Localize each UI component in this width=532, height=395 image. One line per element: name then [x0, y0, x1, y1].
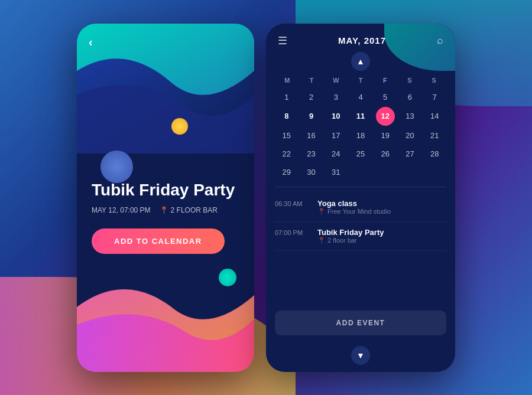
- left-content: Tubik Friday Party MAY 12, 07:00 PM 📍 2 …: [92, 180, 239, 254]
- event-1-title: Yoga class: [317, 199, 391, 208]
- date-3[interactable]: 3: [324, 89, 348, 106]
- date-1[interactable]: 1: [275, 89, 299, 106]
- date-11[interactable]: 11: [349, 107, 372, 126]
- date-14[interactable]: 14: [423, 107, 446, 126]
- add-to-calendar-button[interactable]: ADD TO CALENDAR: [92, 228, 225, 254]
- date-2[interactable]: 2: [300, 89, 323, 106]
- day-label-mon: M: [275, 74, 299, 86]
- date-26[interactable]: 26: [374, 145, 397, 162]
- dates-grid: 1 2 3 4 5 6 7 8 9 10 11 12 13 14 15 16: [275, 89, 446, 181]
- yellow-circle-decoration: [171, 118, 188, 135]
- day-label-thu: T: [348, 74, 372, 86]
- calendar-divider: [275, 187, 446, 187]
- date-12-today[interactable]: 12: [376, 107, 395, 126]
- phone-left: ‹: [77, 24, 254, 372]
- phone-right: ☰ MAY, 2017 ⌕ ▲ M T W T F S S 1 2: [266, 24, 455, 372]
- calendar-header: ☰ MAY, 2017 ⌕: [266, 24, 455, 52]
- event-2-loc-text: 2 floor bar: [327, 237, 357, 244]
- top-wave: [77, 24, 254, 154]
- day-label-tue: T: [299, 74, 323, 86]
- date-25[interactable]: 25: [349, 145, 372, 162]
- date-4[interactable]: 4: [349, 89, 372, 106]
- pin-icon: 📍: [160, 206, 168, 214]
- events-list: 06:30 AM Yoga class 📍 Free Your Mind stu…: [266, 193, 455, 305]
- date-28[interactable]: 28: [423, 145, 446, 162]
- chevron-down-container: ▼: [266, 341, 455, 372]
- date-13[interactable]: 13: [398, 107, 422, 126]
- event-1-info: Yoga class 📍 Free Your Mind studio: [317, 199, 391, 216]
- blue-circle-decoration: [100, 151, 133, 183]
- event-2-title: Tubik Friday Party: [317, 228, 384, 237]
- date-6[interactable]: 6: [398, 89, 422, 106]
- date-12-container[interactable]: 12: [374, 107, 397, 126]
- event-2-time: 07:00 PM: [275, 228, 310, 244]
- event-location-text: 2 FLOOR BAR: [171, 206, 218, 214]
- date-29[interactable]: 29: [275, 164, 299, 181]
- phones-container: ‹: [77, 24, 455, 372]
- event-date: MAY 12, 07:00 PM: [92, 206, 151, 214]
- day-label-sun: S: [422, 74, 446, 86]
- date-19[interactable]: 19: [374, 127, 397, 144]
- date-21[interactable]: 21: [423, 127, 446, 144]
- event-item-2: 07:00 PM Tubik Friday Party 📍 2 floor ba…: [275, 222, 446, 251]
- date-22[interactable]: 22: [275, 145, 299, 162]
- chevron-down-button[interactable]: ▼: [351, 346, 370, 365]
- day-labels-row: M T W T F S S: [275, 74, 446, 86]
- date-27[interactable]: 27: [398, 145, 422, 162]
- event-item-1: 06:30 AM Yoga class 📍 Free Your Mind stu…: [275, 193, 446, 222]
- date-10[interactable]: 10: [324, 107, 348, 126]
- day-label-fri: F: [373, 74, 397, 86]
- event-1-time: 06:30 AM: [275, 199, 310, 216]
- event-meta: MAY 12, 07:00 PM 📍 2 FLOOR BAR: [92, 206, 239, 214]
- event-2-info: Tubik Friday Party 📍 2 floor bar: [317, 228, 384, 244]
- date-24[interactable]: 24: [324, 145, 348, 162]
- date-17[interactable]: 17: [324, 127, 348, 144]
- day-label-wed: W: [324, 74, 348, 86]
- date-18[interactable]: 18: [349, 127, 372, 144]
- event-2-location: 📍 2 floor bar: [317, 237, 384, 244]
- add-event-button[interactable]: ADD EVENT: [275, 311, 446, 335]
- chevron-up-button[interactable]: ▲: [351, 52, 370, 71]
- date-16[interactable]: 16: [300, 127, 323, 144]
- event-title: Tubik Friday Party: [92, 180, 239, 200]
- pin-icon-1: 📍: [317, 208, 326, 216]
- bottom-waves: [77, 260, 254, 372]
- date-9[interactable]: 9: [300, 107, 323, 126]
- date-15[interactable]: 15: [275, 127, 299, 144]
- date-20[interactable]: 20: [398, 127, 422, 144]
- menu-icon[interactable]: ☰: [278, 34, 287, 47]
- day-label-sat: S: [397, 74, 421, 86]
- calendar-month-year: MAY, 2017: [338, 35, 386, 45]
- date-5[interactable]: 5: [374, 89, 397, 106]
- back-button[interactable]: ‹: [89, 35, 93, 49]
- pin-icon-2: 📍: [317, 237, 326, 244]
- date-7[interactable]: 7: [423, 89, 446, 106]
- date-30[interactable]: 30: [300, 164, 323, 181]
- event-1-location: 📍 Free Your Mind studio: [317, 208, 391, 216]
- search-icon[interactable]: ⌕: [437, 34, 443, 47]
- event-1-loc-text: Free Your Mind studio: [327, 208, 391, 215]
- date-23[interactable]: 23: [300, 145, 323, 162]
- event-location-meta: 📍 2 FLOOR BAR: [160, 206, 218, 214]
- date-8[interactable]: 8: [275, 107, 299, 126]
- date-31[interactable]: 31: [324, 164, 348, 181]
- calendar-grid: M T W T F S S 1 2 3 4 5 6 7 8 9: [266, 74, 455, 181]
